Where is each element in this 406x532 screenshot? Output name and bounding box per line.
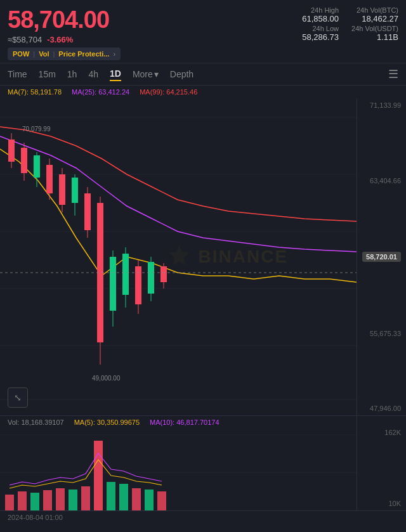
date-bar: 2024-08-04 01:00 (0, 510, 406, 524)
fullscreen-icon: ⤡ (14, 393, 22, 403)
svg-rect-46 (107, 482, 115, 510)
vol-ma5: MA(5): 30,350.99675 (74, 418, 140, 426)
svg-rect-28 (135, 266, 141, 304)
nav-1d[interactable]: 1D (110, 67, 121, 81)
vol-btc-value: 18,462.27 (351, 14, 398, 23)
high-value: 61,858.00 (292, 14, 339, 23)
svg-rect-39 (18, 491, 27, 510)
nav-more[interactable]: More ▾ (133, 69, 159, 79)
tag-vol: Vol (39, 50, 49, 58)
svg-rect-50 (157, 491, 166, 510)
nav-15m[interactable]: 15m (39, 68, 56, 81)
nav-1h[interactable]: 1h (67, 68, 77, 81)
svg-rect-16 (59, 174, 65, 205)
volume-axis: 162K 10K (357, 416, 406, 510)
nav-bar: Time 15m 1h 4h 1D More ▾ Depth ☰ (0, 63, 406, 86)
svg-rect-38 (5, 495, 14, 510)
svg-rect-32 (160, 266, 167, 282)
vol-label: Vol: 18,168.39107 (8, 418, 64, 426)
low-value: 58,286.73 (292, 32, 339, 42)
high-label: 24h High (292, 6, 339, 14)
ma99-value: 64,215.46 (166, 88, 197, 96)
svg-rect-40 (30, 493, 39, 510)
svg-rect-24 (110, 257, 116, 311)
date-label: 2024-08-04 01:00 (8, 514, 63, 521)
svg-rect-47 (119, 484, 128, 510)
ma7-label: MA(7): 58,191.78 (8, 88, 62, 96)
price-level-3: 55,675.33 (362, 330, 401, 337)
vol-usdt-value: 1.11B (351, 32, 398, 42)
main-price: 58,704.00 (8, 6, 121, 34)
fullscreen-button[interactable]: ⤡ (8, 387, 28, 408)
approx-price: ≈$58,704 (8, 35, 42, 44)
settings-icon[interactable]: ☰ (388, 67, 398, 81)
vol-level-high: 162K (362, 429, 401, 436)
svg-rect-30 (148, 262, 154, 294)
tag-price-protection: Price Protecti... (58, 50, 109, 58)
ma25-label: MA(25): 63,412.24 (72, 88, 129, 96)
volume-chart (0, 434, 357, 510)
ma-indicators: MA(7): 58,191.78 MA(25): 63,412.24 MA(99… (0, 86, 406, 98)
ma99-label: MA(99): 64,215.46 (140, 88, 197, 96)
svg-rect-45 (94, 441, 103, 510)
vol-value: 18,168.39107 (21, 418, 63, 426)
svg-rect-18 (72, 178, 78, 203)
main-chart[interactable]: BINANCE (0, 98, 406, 415)
tag-pow: POW (13, 50, 29, 58)
svg-rect-26 (122, 254, 129, 295)
tags-row[interactable]: POW | Vol | Price Protecti... › (8, 48, 121, 60)
nav-4h[interactable]: 4h (88, 68, 98, 81)
ma25-value: 63,412.24 (98, 88, 129, 96)
svg-text:70,079.99: 70,079.99 (22, 126, 51, 133)
low-label: 24h Low (292, 25, 339, 32)
volume-section: Vol: 18,168.39107 MA(5): 30,350.99675 MA… (0, 415, 406, 510)
price-level-4: 47,946.00 (362, 405, 401, 412)
volume-ma-row: Vol: 18,168.39107 MA(5): 30,350.99675 MA… (0, 416, 406, 429)
nav-more-arrow: ▾ (154, 69, 159, 79)
svg-rect-20 (84, 193, 91, 230)
price-level-2: 63,404.66 (362, 177, 401, 185)
svg-rect-43 (69, 490, 77, 510)
current-price-tag: 58,720.01 (362, 252, 401, 262)
nav-depth[interactable]: Depth (170, 68, 193, 81)
vol-btc-label: 24h Vol(BTC) (351, 6, 398, 14)
svg-rect-14 (46, 165, 53, 193)
header: 58,704.00 ≈$58,704 -3.66% POW | Vol | Pr… (0, 0, 406, 63)
tags-arrow: › (113, 50, 115, 58)
nav-time[interactable]: Time (8, 68, 27, 81)
vol-level-low: 10K (362, 500, 401, 507)
vol-ma10: MA(10): 46,817.70174 (150, 418, 219, 426)
ma7-value: 58,191.78 (30, 88, 62, 96)
svg-text:49,000.00: 49,000.00 (92, 375, 121, 382)
svg-rect-48 (132, 488, 141, 510)
price-axis: 71,133.99 63,404.66 58,720.01 55,675.33 … (357, 98, 406, 415)
svg-rect-8 (8, 139, 15, 162)
svg-rect-10 (21, 148, 27, 173)
svg-rect-44 (81, 486, 90, 510)
vol-usdt-label: 24h Vol(USDT) (351, 25, 398, 32)
price-level-1: 71,133.99 (362, 101, 401, 109)
price-change: -3.66% (47, 35, 73, 44)
svg-rect-49 (145, 490, 154, 510)
candlestick-chart: 70,079.99 49,000.00 (0, 98, 357, 415)
svg-rect-12 (34, 155, 40, 178)
stats-grid: 24h High 61,858.00 24h Vol(BTC) 18,462.2… (292, 6, 398, 42)
svg-rect-41 (43, 490, 52, 510)
svg-rect-42 (56, 488, 65, 510)
